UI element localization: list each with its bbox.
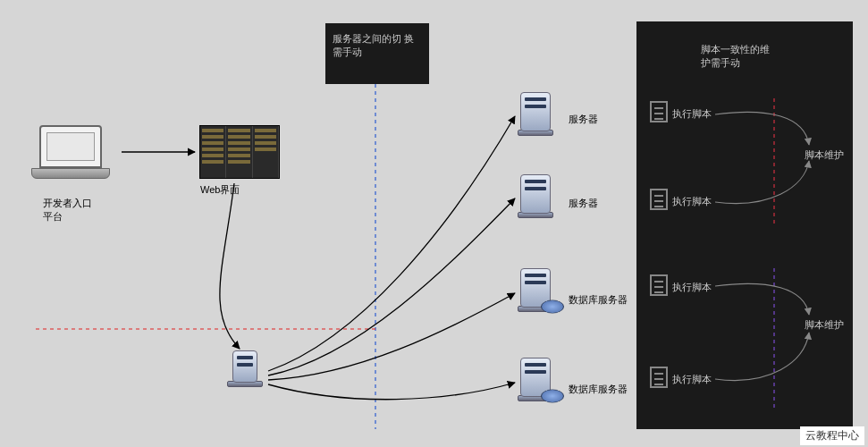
note-server-switch: 服务器之间的切 换需手动 [325, 23, 429, 84]
laptop-icon [39, 125, 110, 179]
db1-disk-icon [541, 300, 564, 314]
doc3-label: 执行脚本 [672, 281, 712, 294]
doc1-label: 执行脚本 [672, 107, 712, 121]
doc4-icon [650, 367, 668, 388]
note-script-consistency: 脚本一致性的维 护需手动 [701, 43, 770, 70]
note-server-switch-text: 服务器之间的切 换需手动 [333, 33, 414, 57]
doc1-icon [650, 101, 668, 122]
server2-label: 服务器 [569, 197, 598, 210]
server1-label: 服务器 [569, 113, 598, 126]
doc2-icon [650, 189, 668, 210]
watermark: 云教程中心 [800, 426, 864, 445]
doc2-label: 执行脚本 [672, 195, 712, 208]
maint1-label: 脚本维护 [805, 148, 844, 162]
server2-icon [518, 174, 553, 219]
doc4-label: 执行脚本 [672, 373, 712, 386]
db2-disk-icon [541, 390, 564, 403]
server1-icon [518, 92, 553, 137]
maint2-label: 脚本维护 [805, 318, 844, 332]
db1-label: 数据库服务器 [569, 293, 628, 307]
doc3-icon [650, 274, 668, 296]
webui-label: Web界面 [200, 183, 240, 197]
right-panel: 脚本一致性的维 护需手动 [636, 21, 853, 429]
control-server-icon [227, 350, 263, 395]
laptop-label: 开发者入口 平台 [43, 197, 92, 224]
db2-label: 数据库服务器 [569, 383, 628, 396]
webui-icon [199, 125, 280, 179]
